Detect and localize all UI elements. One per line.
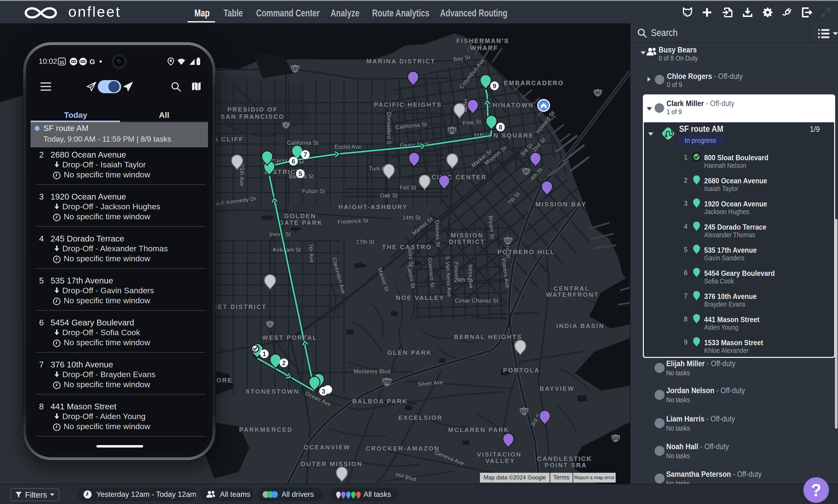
svg-text:PORTOLA: PORTOLA bbox=[503, 367, 540, 374]
svg-text:Map data ©2024 Google: Map data ©2024 Google bbox=[484, 474, 546, 481]
svg-text:G: G bbox=[89, 58, 95, 66]
svg-text:280: 280 bbox=[383, 379, 391, 385]
svg-text:BAYVIEW: BAYVIEW bbox=[540, 385, 575, 392]
svg-text:NOE VALLEY: NOE VALLEY bbox=[396, 294, 444, 301]
svg-text:HAIGHT-ASHBURY: HAIGHT-ASHBURY bbox=[338, 203, 408, 211]
svg-text:PARKMERCED: PARKMERCED bbox=[239, 426, 293, 433]
svg-text:VISITACION: VISITACION bbox=[477, 451, 522, 458]
svg-text:SET DISTRICT: SET DISTRICT bbox=[213, 303, 267, 310]
svg-text:SAN FRANCISCO: SAN FRANCISCO bbox=[221, 113, 285, 120]
svg-text:17th St: 17th St bbox=[356, 239, 374, 245]
svg-text:GOLDEN: GOLDEN bbox=[284, 212, 316, 220]
svg-text:Euclid Ave: Euclid Ave bbox=[334, 144, 361, 150]
svg-text:101: 101 bbox=[612, 436, 619, 441]
svg-text:101: 101 bbox=[291, 66, 299, 71]
svg-text:MARINA DISTRICT: MARINA DISTRICT bbox=[366, 58, 436, 65]
svg-text:POINT SRA: POINT SRA bbox=[545, 462, 587, 469]
svg-text:PRESIDIO OF: PRESIDIO OF bbox=[227, 106, 278, 113]
svg-text:GLEN PARK: GLEN PARK bbox=[387, 349, 432, 356]
svg-text:California St: California St bbox=[287, 140, 318, 146]
svg-text:BERNAL HEIGHTS: BERNAL HEIGHTS bbox=[454, 333, 522, 340]
svg-text:25th Ave: 25th Ave bbox=[239, 164, 245, 186]
svg-text:WHARF: WHARF bbox=[470, 44, 498, 52]
svg-text:INDIA BASIN: INDIA BASIN bbox=[556, 322, 605, 329]
svg-text:CHINATOWN: CHINATOWN bbox=[487, 102, 534, 109]
svg-text:80: 80 bbox=[595, 90, 600, 95]
svg-text:OCEANVIEW: OCEANVIEW bbox=[304, 444, 350, 451]
svg-text:1: 1 bbox=[269, 322, 271, 327]
svg-text:Oak St: Oak St bbox=[380, 193, 397, 199]
svg-text:PACIFIC HEIGHTS: PACIFIC HEIGHTS bbox=[374, 101, 442, 108]
svg-text:Ness Ave: Ness Ave bbox=[467, 265, 474, 289]
svg-text:31: 31 bbox=[59, 60, 65, 65]
svg-text:MISSION BAY: MISSION BAY bbox=[536, 201, 587, 208]
svg-text:FISHERMAN'S: FISHERMAN'S bbox=[456, 37, 509, 44]
svg-text:80: 80 bbox=[524, 169, 529, 174]
svg-text:5: 5 bbox=[298, 170, 302, 177]
svg-text:Kirkham St: Kirkham St bbox=[273, 247, 301, 253]
svg-text:9: 9 bbox=[493, 83, 496, 90]
svg-text:Terms: Terms bbox=[553, 474, 570, 481]
svg-text:WEST PORTAL: WEST PORTAL bbox=[262, 334, 317, 341]
svg-text:GATE PARK: GATE PARK bbox=[279, 219, 323, 226]
svg-text:7: 7 bbox=[303, 151, 307, 158]
svg-text:Divisadero S: Divisadero S bbox=[386, 112, 392, 144]
svg-text:Dolores St: Dolores St bbox=[434, 220, 441, 247]
svg-text:MISSION: MISSION bbox=[451, 232, 484, 239]
svg-text:1: 1 bbox=[285, 123, 287, 128]
svg-text:1: 1 bbox=[262, 350, 266, 358]
svg-text:8: 8 bbox=[499, 124, 502, 131]
svg-text:ro St: ro St bbox=[505, 246, 512, 258]
svg-text:Monterey Blvd: Monterey Blvd bbox=[354, 368, 390, 375]
svg-text:DISTRICT: DISTRICT bbox=[449, 238, 485, 245]
svg-text:101: 101 bbox=[520, 409, 528, 414]
svg-text:MCLAREN PARK: MCLAREN PARK bbox=[448, 426, 509, 433]
svg-text:101: 101 bbox=[448, 128, 456, 133]
svg-text:CROCKER-AMAZON: CROCKER-AMAZON bbox=[366, 445, 440, 452]
svg-text:EMBARCADERO: EMBARCADERO bbox=[504, 79, 564, 87]
svg-text:2: 2 bbox=[282, 360, 285, 367]
svg-text:WATERFRONT: WATERFRONT bbox=[546, 291, 599, 298]
svg-text:Report a map error: Report a map error bbox=[574, 475, 615, 480]
svg-text:14th St: 14th St bbox=[402, 215, 421, 221]
svg-text:EXCELSIOR: EXCELSIOR bbox=[398, 414, 443, 421]
svg-text:CANDLESTICK: CANDLESTICK bbox=[537, 455, 592, 462]
svg-text:Fulton St: Fulton St bbox=[302, 188, 325, 194]
svg-text:3: 3 bbox=[321, 388, 325, 395]
svg-text:A CLIFF: A CLIFF bbox=[213, 136, 244, 143]
svg-text:VALLEY: VALLEY bbox=[485, 457, 515, 464]
svg-text:Fell St: Fell St bbox=[400, 184, 416, 191]
svg-text:STONESTOWN: STONESTOWN bbox=[245, 388, 299, 395]
svg-text:BALBOA PARK: BALBOA PARK bbox=[352, 398, 408, 405]
svg-text:101: 101 bbox=[504, 238, 512, 244]
svg-text:OUTER MISSION: OUTER MISSION bbox=[300, 461, 363, 468]
svg-text:6: 6 bbox=[292, 158, 295, 165]
svg-text:Cesar Chavez St: Cesar Chavez St bbox=[455, 298, 498, 304]
